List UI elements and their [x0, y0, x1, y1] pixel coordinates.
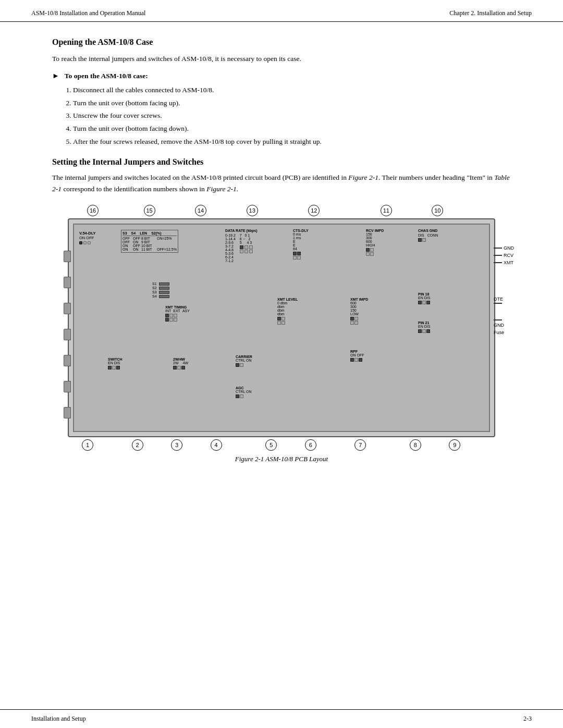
j2	[83, 241, 87, 244]
rpf-label: RPF	[350, 350, 364, 353]
agc-label: AGC	[236, 386, 251, 390]
top-num-13: 13	[243, 205, 262, 216]
4w-label: 4W	[183, 361, 189, 365]
section2-body: The internal jumpers and switches locate…	[52, 172, 511, 194]
hdr-s3: S3	[123, 231, 127, 235]
pin18-jumpers	[418, 301, 430, 304]
rcv-impd-label: RCV IMPD	[366, 229, 384, 232]
section-opening: Opening the ASM-10/8 Case To reach the i…	[52, 38, 511, 148]
right-label-gnd2: GND	[494, 323, 514, 328]
switch-section: SWITCH EN DIS	[108, 357, 123, 369]
xmt-level-section: XMT LEVEL 0 dbm dbm dbm dbm	[277, 298, 298, 325]
row3: ON OFF 10 BIT	[123, 244, 177, 248]
2w4w-section: 2W/4W 2W 4W	[173, 357, 188, 369]
bot-num-5: 5	[262, 439, 280, 451]
xmt-impd-jumpers	[350, 317, 368, 325]
top-num-14: 14	[191, 205, 210, 216]
subsection-label: To open the ASM-10/8 case:	[65, 72, 148, 80]
rate-switches: 7 0 1 6 ← 2 5 4 3	[240, 233, 253, 263]
right-label-rcv: RCV	[494, 253, 514, 258]
left-connectors	[64, 251, 71, 418]
2w4w-label: 2W/4W	[173, 357, 188, 361]
cts-jumpers	[293, 252, 309, 260]
j1	[79, 241, 82, 244]
pin21-section: PIN 21 EN DIS	[418, 321, 430, 333]
data-rate-section: DATA RATE (kbps) 0-19.2 1-14.4 2-9.6 3-7…	[225, 229, 258, 263]
bot-num-6: 6	[301, 439, 320, 451]
s1s4-rows: S1 S2 S3 S4	[152, 282, 169, 298]
connector-5	[64, 355, 71, 366]
steps-list: Disconnect all the cables connected to A…	[73, 84, 511, 149]
switch-jumpers	[108, 366, 123, 369]
switch-en-dis: EN DIS	[108, 361, 123, 365]
v54-onoff: ON OFF	[79, 236, 96, 240]
bot-num-7: 7	[351, 439, 370, 451]
footer-right: 2-3	[523, 715, 532, 723]
right-label-fuse: Fuse	[494, 330, 514, 335]
connector-1	[64, 251, 71, 262]
bot-num-2: 2	[128, 439, 147, 451]
hdr-s4: S4	[131, 231, 136, 235]
v54-label: V.54-DLY	[79, 231, 96, 236]
pcb-diagram: GND RCV XMT DTE GND Fuse	[68, 218, 495, 437]
carrier-section: CARRIER CTRL ON	[236, 355, 252, 367]
cts-dly-label: CTS-DLY	[293, 229, 309, 232]
top-num-16: 16	[83, 205, 102, 216]
agc-ctrl-on: CTRL ON	[236, 390, 251, 393]
v54-section: V.54-DLY ON OFF	[79, 231, 96, 244]
arrow-icon: ►	[52, 72, 59, 80]
footer-left: Installation and Setup	[31, 715, 86, 723]
figure-caption: Figure 2-1 ASM-10/8 PCB Layout	[235, 455, 328, 463]
row1: OFF OFF 8 BIT ON=25%	[123, 237, 177, 240]
step-1: Disconnect all the cables connected to A…	[73, 84, 511, 96]
right-label-dte: DTE	[494, 297, 514, 302]
right-labels: GND RCV XMT DTE GND Fuse	[494, 245, 514, 335]
header-right: Chapter 2. Installation and Setup	[449, 9, 532, 17]
2w4w-jumpers	[173, 366, 188, 369]
rcv-impd-section: RCV IMPD 150 300 600 HIGH	[366, 229, 384, 256]
rpf-section: RPF ON OFF	[350, 350, 364, 362]
timing-jumpers	[165, 314, 190, 322]
fig-ref-1: Figure 2-1	[348, 174, 378, 181]
rcv-jumpers	[366, 248, 384, 256]
hdr-len: LEN	[140, 231, 147, 235]
step-4: Turn the unit over (bottom facing down).	[73, 123, 511, 135]
right-label-xmt: XMT	[494, 260, 514, 265]
data-rate-content: 0-19.2 1-14.4 2-9.6 3-7.2 4-4.8 5-3.6 6-…	[225, 233, 258, 263]
header-left: ASM-10/8 Installation and Operation Manu…	[31, 9, 145, 17]
bot-num-9: 9	[445, 439, 464, 451]
chas-jumpers	[418, 238, 438, 242]
section1-intro: To reach the internal jumpers and switch…	[52, 53, 511, 65]
en-dis-pin21: EN DIS	[418, 325, 430, 328]
rpf-on-off: ON OFF	[350, 353, 364, 357]
agc-section: AGC CTRL ON	[236, 386, 251, 398]
right-label-gnd: GND	[494, 245, 514, 251]
page-header: ASM-10/8 Installation and Operation Manu…	[0, 0, 563, 22]
connector-7	[64, 407, 71, 418]
xmt-level-label: XMT LEVEL	[277, 298, 298, 301]
row2: OFF ON 9 BIT	[123, 240, 177, 244]
pin21-label: PIN 21	[418, 321, 430, 325]
connector-3	[64, 303, 71, 314]
bot-num-8: 8	[406, 439, 425, 451]
data-rate-label: DATA RATE (kbps)	[225, 229, 258, 232]
table-ref: Table 2-1	[52, 174, 510, 193]
xmt-timing-section: XMT TIMING INT EXT ASY	[165, 305, 190, 322]
j3	[88, 241, 91, 244]
top-num-10: 10	[428, 205, 447, 216]
top-num-12: 12	[304, 205, 323, 216]
dis-conn-labels: DIS CONN	[418, 233, 438, 237]
top-number-row: 16 15 14 13 12 11 10	[68, 205, 495, 216]
top-num-11: 11	[377, 205, 396, 216]
section-jumpers: Setting the Internal Jumpers and Switche…	[52, 157, 511, 194]
timing-vals: INT EXT ASY	[165, 309, 190, 313]
page-footer: Installation and Setup 2-3	[0, 709, 563, 728]
chas-gnd-section: CHAS GND DIS CONN	[418, 229, 438, 242]
conn-label: CONN	[427, 233, 438, 237]
bottom-number-row: 1 2 3 4 5 6 7 8 9	[68, 439, 495, 451]
carrier-jumpers	[236, 363, 252, 367]
bot-num-3: 3	[167, 439, 186, 451]
v54-jumpers	[79, 241, 96, 244]
rate-list: 0-19.2 1-14.4 2-9.6 3-7.2 4-4.8 5-3.6 6-…	[225, 233, 236, 263]
s3s4-section: S3 S4 LEN S2(%) OFF OFF 8 BIT ON=25%	[121, 230, 178, 253]
